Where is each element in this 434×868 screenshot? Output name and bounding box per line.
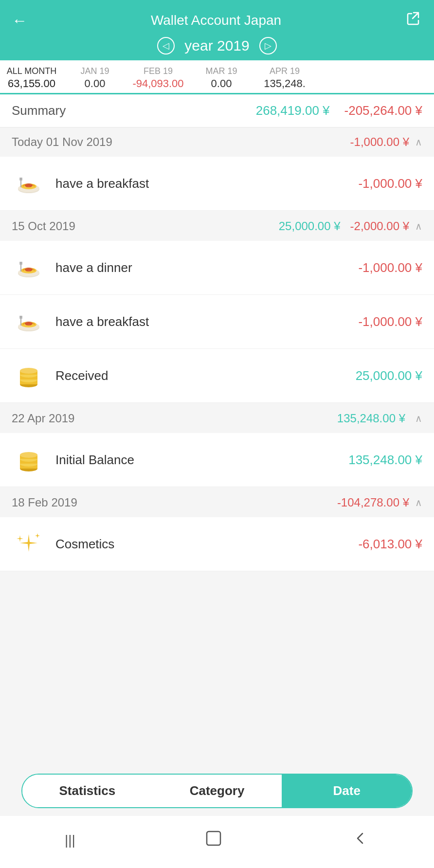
transaction-received-oct: Received 25,000.00 ¥ [0, 349, 434, 403]
food-icon [12, 166, 46, 200]
transaction-name: Cosmetics [55, 537, 358, 552]
svg-point-3 [25, 183, 33, 187]
share-button[interactable] [401, 8, 426, 33]
tab-jan[interactable]: Jan 19 0.00 [63, 60, 127, 93]
year-label: year 2019 [184, 37, 249, 54]
date-group-apr2019: 22 Apr 2019 135,248.00 ¥ ∧ Initial Balan… [0, 404, 434, 487]
date-header-feb2019[interactable]: 18 Feb 2019 -104,278.00 ¥ ∧ [0, 488, 434, 517]
system-back-button[interactable] [340, 826, 381, 854]
transactions-list: Today 01 Nov 2019 -1,000.00 ¥ ∧ [0, 127, 434, 766]
tab-statistics[interactable]: Statistics [22, 775, 152, 807]
transaction-name: Initial Balance [55, 452, 348, 468]
transaction-breakfast-nov: have a breakfast -1,000.00 ¥ [0, 157, 434, 211]
bottom-tab-container: Statistics Category Date [0, 766, 434, 816]
sparkle-icon [12, 527, 46, 561]
transaction-initial-balance: Initial Balance 135,248.00 ¥ [0, 433, 434, 487]
date-group-feb2019: 18 Feb 2019 -104,278.00 ¥ ∧ Cosmetics -6… [0, 488, 434, 571]
summary-income: 268,419.00 ¥ [256, 103, 330, 118]
next-year-button[interactable]: ▷ [259, 37, 277, 54]
transaction-amount: 135,248.00 ¥ [348, 452, 422, 468]
system-home-button[interactable] [193, 826, 234, 854]
collapse-icon-feb2019: ∧ [415, 497, 422, 508]
app-title: Wallet Account Japan [31, 13, 401, 28]
tab-feb[interactable]: Feb 19 -94,093.00 [127, 60, 190, 93]
coins-icon [12, 359, 46, 393]
tab-date[interactable]: Date [282, 775, 412, 807]
transaction-amount: -6,013.00 ¥ [358, 537, 422, 552]
back-button[interactable]: ← [8, 10, 31, 32]
svg-rect-38 [207, 832, 220, 845]
month-tabs: ALL MONTH 63,155.00 Jan 19 0.00 Feb 19 -… [0, 60, 434, 94]
transaction-breakfast-oct: have a breakfast -1,000.00 ¥ [0, 295, 434, 349]
summary-label: Summary [12, 103, 256, 118]
food-icon [12, 251, 46, 285]
transaction-amount: 25,000.00 ¥ [356, 368, 422, 383]
svg-point-30 [20, 368, 37, 374]
date-group-oct2019: 15 Oct 2019 25,000.00 ¥ -2,000.00 ¥ ∧ [0, 212, 434, 403]
transaction-name: have a dinner [55, 260, 358, 275]
coins-icon [12, 443, 46, 477]
transaction-name: Received [55, 368, 356, 383]
transaction-amount: -1,000.00 ¥ [358, 314, 422, 329]
bottom-tabs: Statistics Category Date [21, 774, 413, 808]
header-top: ← Wallet Account Japan [8, 8, 426, 33]
tab-mar[interactable]: Mar 19 0.00 [190, 60, 253, 93]
svg-point-11 [25, 268, 33, 271]
transaction-cosmetics-feb: Cosmetics -6,013.00 ¥ [0, 517, 434, 571]
date-header-oct2019[interactable]: 15 Oct 2019 25,000.00 ¥ -2,000.00 ¥ ∧ [0, 212, 434, 241]
tab-category[interactable]: Category [152, 775, 282, 807]
collapse-icon-apr2019: ∧ [415, 413, 422, 424]
transaction-amount: -1,000.00 ¥ [358, 176, 422, 191]
app-header: ← Wallet Account Japan ◁ year 2019 ▷ [0, 0, 434, 60]
transaction-amount: -1,000.00 ¥ [358, 260, 422, 275]
food-icon [12, 305, 46, 339]
summary-row: Summary 268,419.00 ¥ -205,264.00 ¥ [0, 94, 434, 127]
system-menu-button[interactable]: ||| [53, 829, 87, 852]
collapse-icon-nov2019: ∧ [415, 136, 422, 148]
date-header-apr2019[interactable]: 22 Apr 2019 135,248.00 ¥ ∧ [0, 404, 434, 433]
transaction-name: have a breakfast [55, 176, 358, 191]
svg-point-19 [25, 322, 33, 326]
svg-point-37 [20, 452, 37, 458]
date-group-nov2019: Today 01 Nov 2019 -1,000.00 ¥ ∧ [0, 127, 434, 211]
date-header-nov2019[interactable]: Today 01 Nov 2019 -1,000.00 ¥ ∧ [0, 127, 434, 157]
summary-expense: -205,264.00 ¥ [344, 103, 422, 118]
collapse-icon-oct2019: ∧ [415, 220, 422, 232]
prev-year-button[interactable]: ◁ [157, 37, 175, 54]
transaction-dinner-oct: have a dinner -1,000.00 ¥ [0, 241, 434, 295]
transaction-name: have a breakfast [55, 314, 358, 329]
system-navigation: ||| [0, 816, 434, 868]
tab-all-month[interactable]: ALL MONTH 63,155.00 [0, 60, 63, 94]
tab-apr[interactable]: Apr 19 135,248. [253, 60, 316, 93]
year-navigation: ◁ year 2019 ▷ [8, 35, 426, 60]
